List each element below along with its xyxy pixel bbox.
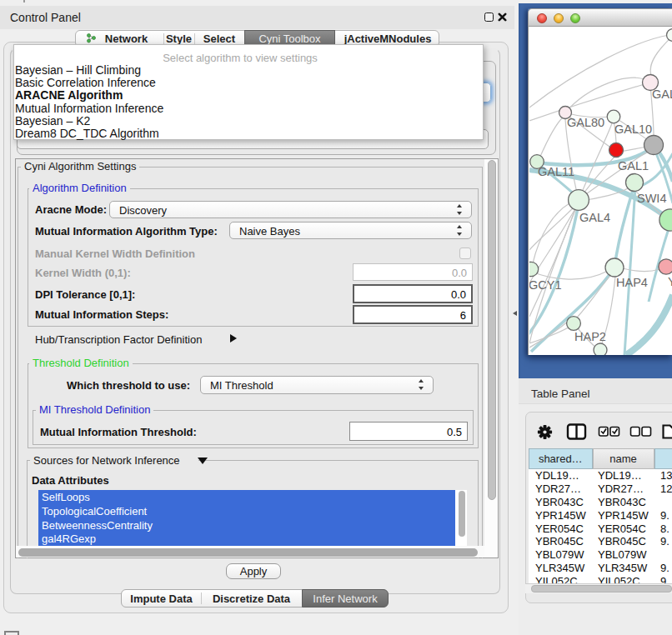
svg-text:GAL80: GAL80 <box>567 116 604 129</box>
svg-text:GAL1: GAL1 <box>618 159 649 172</box>
svg-text:GAL: GAL <box>652 88 672 101</box>
svg-text:Y: Y <box>668 275 672 288</box>
svg-text:GAL4: GAL4 <box>579 211 610 224</box>
svg-text:SWI4: SWI4 <box>637 192 666 205</box>
svg-text:HAP4: HAP4 <box>616 276 648 289</box>
svg-text:HAP2: HAP2 <box>574 330 606 343</box>
svg-text:GAL11: GAL11 <box>538 165 574 178</box>
svg-text:GAL10: GAL10 <box>614 122 652 136</box>
svg-text:GCY1: GCY1 <box>529 278 562 292</box>
